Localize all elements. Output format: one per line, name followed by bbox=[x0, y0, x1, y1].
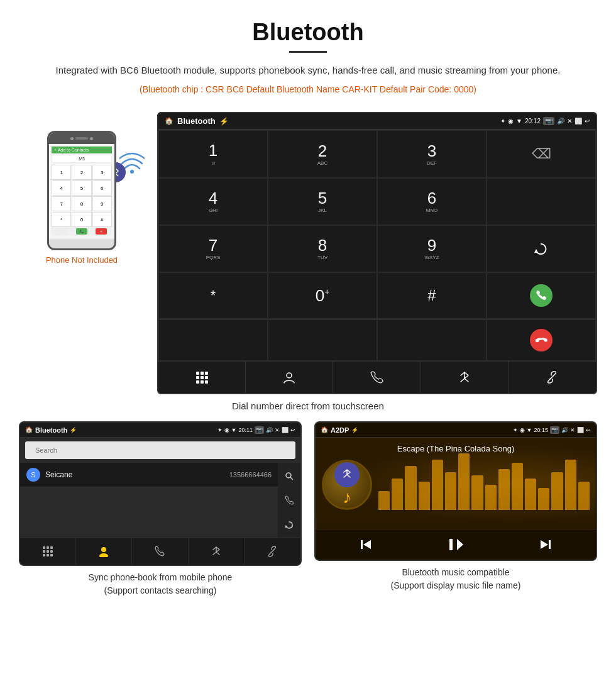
play-pause-btn[interactable] bbox=[447, 536, 465, 553]
fullscreen-icon: ⬜ bbox=[575, 118, 582, 124]
music-vol-icon: 🔊 bbox=[561, 427, 568, 433]
pb-keypad-icon bbox=[42, 546, 53, 557]
dial-key-4[interactable]: 4 GHI bbox=[158, 178, 268, 225]
svg-point-11 bbox=[287, 373, 292, 378]
dial-key-5[interactable]: 5 JKL bbox=[268, 178, 377, 225]
eq-bar bbox=[471, 475, 483, 510]
svg-rect-3 bbox=[201, 372, 204, 375]
pb-search-side-icon[interactable] bbox=[284, 471, 294, 481]
phonebook-content: S Seicane 13566664466 bbox=[20, 463, 300, 538]
pb-status-right: ✦ ◉ ▼ 20:11 📷 🔊 ✕ ⬜ ↩ bbox=[217, 426, 295, 434]
home-icon: 🏠 bbox=[165, 117, 173, 125]
pb-phone-btn[interactable] bbox=[132, 538, 188, 565]
album-art: ♪ bbox=[322, 460, 372, 510]
music-full-icon: ⬜ bbox=[577, 427, 584, 433]
dial-key-empty-2 bbox=[487, 178, 596, 225]
dial-key-3[interactable]: 3 DEF bbox=[377, 130, 487, 178]
link-icon[interactable] bbox=[509, 362, 596, 393]
dial-status-right: ✦ ◉ ▼ 20:12 📷 🔊 ✕ ⬜ ↩ bbox=[500, 117, 590, 125]
dial-grid-icon[interactable] bbox=[158, 362, 246, 393]
next-icon bbox=[538, 537, 553, 552]
dial-key-6[interactable]: 6 MNO bbox=[377, 178, 487, 225]
dial-key-9[interactable]: 9 WXYZ bbox=[377, 225, 487, 272]
pb-full-icon: ⬜ bbox=[282, 427, 289, 433]
pb-phone-side-icon[interactable] bbox=[284, 495, 294, 506]
svg-rect-24 bbox=[50, 554, 53, 556]
eq-bar bbox=[432, 460, 443, 510]
svg-marker-1 bbox=[534, 249, 538, 253]
location-icon: ◉ bbox=[508, 118, 514, 124]
svg-rect-16 bbox=[43, 546, 45, 549]
pb-cam-icon: 📷 bbox=[255, 426, 264, 434]
call-green-button[interactable] bbox=[530, 284, 553, 307]
back-icon: ↩ bbox=[585, 118, 590, 124]
dial-key-0[interactable]: 0+ bbox=[268, 272, 377, 319]
svg-rect-18 bbox=[50, 546, 53, 549]
pb-keypad-btn[interactable] bbox=[20, 538, 76, 565]
pb-link-btn[interactable] bbox=[245, 538, 300, 565]
eq-bar bbox=[565, 460, 576, 510]
svg-line-12 bbox=[550, 375, 554, 379]
music-sig-icon: ▼ bbox=[527, 427, 532, 433]
pb-contacts-btn[interactable] bbox=[76, 538, 132, 565]
svg-point-0 bbox=[130, 170, 134, 174]
next-btn[interactable] bbox=[538, 536, 553, 553]
music-controls bbox=[316, 529, 596, 560]
svg-point-25 bbox=[101, 547, 106, 552]
dial-key-star[interactable]: * bbox=[158, 272, 268, 319]
svg-marker-31 bbox=[457, 539, 463, 550]
dial-key-2[interactable]: 2 ABC bbox=[268, 130, 377, 178]
phonebook-search-row bbox=[20, 438, 300, 463]
page-header: Bluetooth Integrated with BC6 Bluetooth … bbox=[0, 0, 616, 112]
dial-caption: Dial number direct from touchscreen bbox=[0, 401, 616, 411]
dial-key-8[interactable]: 8 TUV bbox=[268, 225, 377, 272]
pb-loc-icon: ◉ bbox=[224, 427, 229, 433]
pb-bt-btn[interactable] bbox=[189, 538, 245, 565]
search-icon bbox=[284, 471, 294, 481]
page-description: Integrated with BC6 Bluetooth module, su… bbox=[38, 63, 578, 78]
pb-time: 20:11 bbox=[238, 427, 253, 433]
music-cam-icon: 📷 bbox=[550, 426, 559, 434]
svg-rect-4 bbox=[205, 372, 208, 375]
pb-phone-icon bbox=[154, 546, 165, 557]
phone-container: + Add to Contacts M3 123 456 789 *0# 📞 bbox=[19, 112, 145, 265]
pb-bt-icon bbox=[211, 546, 222, 557]
music-home-icon: 🏠 bbox=[321, 426, 328, 433]
svg-rect-29 bbox=[361, 540, 363, 549]
main-content: + Add to Contacts M3 123 456 789 *0# 📞 bbox=[0, 112, 616, 394]
dial-key-hash[interactable]: # bbox=[377, 272, 487, 319]
phone-icon bbox=[370, 370, 383, 384]
svg-rect-22 bbox=[43, 554, 45, 556]
music-note-icon: ♪ bbox=[343, 487, 351, 507]
dial-key-end-call[interactable] bbox=[487, 319, 596, 361]
page-specs: (Bluetooth chip : CSR BC6 Default Blueto… bbox=[38, 84, 578, 94]
phone-screen-header: + Add to Contacts bbox=[52, 147, 112, 153]
phonebook-caption: Sync phone-book from mobile phone(Suppor… bbox=[89, 571, 233, 597]
prev-btn[interactable] bbox=[358, 536, 373, 553]
phone-home-button bbox=[49, 240, 114, 248]
phonebook-search-input[interactable] bbox=[30, 444, 290, 456]
phone-screen: + Add to Contacts M3 123 456 789 *0# 📞 bbox=[49, 144, 114, 238]
pb-back-icon: ↩ bbox=[290, 427, 295, 433]
dial-key-refresh[interactable] bbox=[487, 225, 596, 272]
pb-refresh-side-icon[interactable] bbox=[284, 520, 294, 530]
phone-top-bar bbox=[49, 133, 114, 144]
bottom-panels: 🏠 Bluetooth ⚡ ✦ ◉ ▼ 20:11 📷 🔊 ✕ ⬜ ↩ bbox=[0, 421, 616, 597]
eq-bar bbox=[458, 453, 470, 510]
phone-icon[interactable] bbox=[333, 362, 421, 393]
bluetooth-icon[interactable] bbox=[421, 362, 509, 393]
page-title: Bluetooth bbox=[38, 19, 578, 46]
phonebook-panel: 🏠 Bluetooth ⚡ ✦ ◉ ▼ 20:11 📷 🔊 ✕ ⬜ ↩ bbox=[19, 421, 302, 597]
contacts-icon[interactable] bbox=[246, 362, 333, 393]
dial-key-call-green[interactable] bbox=[487, 272, 596, 319]
eq-bar bbox=[538, 488, 549, 510]
dial-key-7[interactable]: 7 PQRS bbox=[158, 225, 268, 272]
contact-item[interactable]: S Seicane 13566664466 bbox=[20, 463, 278, 487]
music-back-icon: ↩ bbox=[586, 427, 591, 433]
eq-bar bbox=[512, 463, 523, 510]
pb-contacts-icon bbox=[98, 546, 109, 557]
dial-key-1[interactable]: 1 ⌀ bbox=[158, 130, 268, 178]
end-call-icon bbox=[535, 334, 547, 346]
dial-key-backspace[interactable]: ⌫ bbox=[487, 130, 596, 178]
end-call-button[interactable] bbox=[530, 329, 553, 351]
